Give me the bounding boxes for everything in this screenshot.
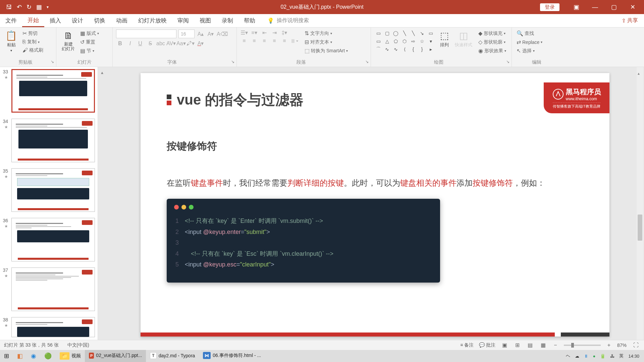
tab-file[interactable]: 文件 <box>0 14 22 27</box>
tab-slideshow[interactable]: 幻灯片放映 <box>133 14 172 27</box>
undo-icon[interactable]: ↶ <box>17 3 22 11</box>
reading-view-button[interactable]: ▤ <box>526 342 534 348</box>
tray-ime[interactable]: 英 <box>619 353 624 359</box>
vertical-scrollbar[interactable]: ▴ <box>637 67 643 340</box>
zoom-in-button[interactable]: + <box>606 342 612 348</box>
slide-thumbnail-36[interactable] <box>11 218 95 261</box>
comments-button[interactable]: 💬 批注 <box>479 342 495 348</box>
clipboard-dialog-launcher[interactable]: ↘ <box>51 59 54 64</box>
pane-splitter[interactable]: ▴ <box>98 67 106 340</box>
tab-home[interactable]: 开始 <box>22 14 44 27</box>
section-button[interactable]: ▤节▾ <box>79 47 100 55</box>
decrease-indent-button[interactable]: ⇤ <box>260 29 268 36</box>
qat-dropdown-icon[interactable]: ▾ <box>47 5 49 9</box>
tray-time[interactable]: 14:30 <box>628 354 639 359</box>
redo-icon[interactable]: ↻ <box>26 3 32 11</box>
strikethrough-button[interactable]: S̶ <box>146 40 154 47</box>
change-case-button[interactable]: Aa▾ <box>176 40 184 47</box>
zoom-out-button[interactable]: − <box>552 342 558 348</box>
maximize-icon[interactable]: ▢ <box>604 0 623 14</box>
format-painter-button[interactable]: 🖌格式刷 <box>21 47 45 54</box>
justify-button[interactable]: ≡ <box>270 38 278 44</box>
tray-network-icon[interactable]: 🖧 <box>610 354 614 359</box>
increase-indent-button[interactable]: ⇥ <box>270 29 278 36</box>
start-from-beginning-icon[interactable]: ▦ <box>36 3 42 11</box>
language-indicator[interactable]: 中文(中国) <box>67 342 89 348</box>
columns-button[interactable]: ⫼▾ <box>290 38 299 44</box>
tray-weather-icon[interactable]: ☁ <box>575 354 579 359</box>
find-button[interactable]: 🔍查找 <box>515 29 544 37</box>
edge-button[interactable]: ◉ <box>27 350 40 362</box>
highlight-color-button[interactable]: 🖍▾ <box>186 40 195 47</box>
tab-view[interactable]: 视图 <box>194 14 216 27</box>
font-size-select[interactable]: 16 <box>178 29 195 38</box>
notes-button[interactable]: ≡ 备注 <box>460 342 474 348</box>
char-spacing-button[interactable]: AV▾ <box>166 40 174 47</box>
shape-outline-button[interactable]: ◇形状轮廓▾ <box>477 38 507 46</box>
tab-help[interactable]: 帮助 <box>238 14 261 27</box>
slide-thumbnail-34[interactable] <box>11 119 95 162</box>
shadow-button[interactable]: abc <box>156 41 164 47</box>
shape-fill-button[interactable]: ◆形状填充▾ <box>477 29 507 37</box>
zoom-percent[interactable]: 87% <box>617 343 627 348</box>
task-powerpoint[interactable]: P02_vue基础入门.ppt... <box>85 350 146 362</box>
font-color-button[interactable]: A▾ <box>197 40 205 47</box>
login-button[interactable]: 登录 <box>540 3 559 11</box>
tray-battery-icon[interactable]: 🔋 <box>600 354 605 359</box>
tab-review[interactable]: 审阅 <box>172 14 194 27</box>
reset-button[interactable]: ↺重置 <box>79 38 100 46</box>
font-dialog-launcher[interactable]: ↘ <box>231 59 234 64</box>
bullets-button[interactable]: ☰▾ <box>240 29 248 36</box>
clear-formatting-icon[interactable]: A⌫ <box>217 31 225 37</box>
save-icon[interactable]: 🖫 <box>6 4 12 11</box>
slideshow-view-button[interactable]: ▦ <box>539 342 547 348</box>
tab-insert[interactable]: 插入 <box>44 14 66 27</box>
slide-thumbnail-37[interactable] <box>11 267 95 311</box>
smartart-button[interactable]: ⬚转换为 SmartArt▾ <box>303 47 349 55</box>
tray-onedrive-icon[interactable]: ⏸ <box>584 354 588 359</box>
layout-button[interactable]: ▦版式▾ <box>79 29 100 37</box>
chrome-button[interactable]: 🟢 <box>40 350 56 362</box>
fit-to-window-button[interactable]: ⛶ <box>632 342 640 348</box>
normal-view-button[interactable]: ▣ <box>501 342 508 348</box>
slide-canvas[interactable]: 黑马程序员 www.itheima.com 传智播客旗下高端IT教育品牌 vue… <box>141 73 609 337</box>
slide-thumbnail-38[interactable] <box>11 317 95 337</box>
select-button[interactable]: ↖选择▾ <box>515 47 544 55</box>
distribute-button[interactable]: ≡ <box>280 38 288 44</box>
copy-button[interactable]: ⎘复制▾ <box>21 38 45 46</box>
start-button[interactable]: ⊞ <box>0 350 13 362</box>
drawing-dialog-launcher[interactable]: ↘ <box>506 59 509 64</box>
increase-font-icon[interactable]: A▴ <box>197 31 205 37</box>
line-spacing-button[interactable]: ‡▾ <box>280 29 288 36</box>
align-center-button[interactable]: ≡ <box>250 38 258 44</box>
folder-videos[interactable]: 📁视频 <box>56 350 85 362</box>
align-right-button[interactable]: ≡ <box>260 38 268 44</box>
slide-thumbnail-35[interactable] <box>11 168 95 212</box>
underline-button[interactable]: U <box>136 41 144 47</box>
minimize-icon[interactable]: ― <box>586 0 604 14</box>
paragraph-dialog-launcher[interactable]: ↘ <box>365 59 369 64</box>
slide-thumbnail-33[interactable] <box>11 69 95 113</box>
share-button[interactable]: ⇪ 共享 <box>615 14 644 27</box>
tray-rec-icon[interactable]: ● <box>593 354 596 359</box>
text-direction-button[interactable]: ⇅文字方向▾ <box>303 29 349 37</box>
close-icon[interactable]: ✕ <box>623 0 642 14</box>
sorter-view-button[interactable]: ⊞ <box>514 342 521 348</box>
decrease-font-icon[interactable]: A▾ <box>207 31 215 37</box>
italic-button[interactable]: I <box>126 41 134 47</box>
align-left-button[interactable]: ≡ <box>240 38 248 44</box>
font-name-select[interactable] <box>116 29 176 38</box>
tray-chevron-icon[interactable]: ヘ <box>566 353 570 359</box>
shape-effects-button[interactable]: ◉形状效果▾ <box>477 47 507 55</box>
task-typora[interactable]: Tday2.md - Typora <box>146 350 199 362</box>
tab-design[interactable]: 设计 <box>66 14 89 27</box>
tab-recording[interactable]: 录制 <box>216 14 238 27</box>
task-view-button[interactable]: ◧ <box>13 350 27 362</box>
numbering-button[interactable]: ≡▾ <box>250 29 258 36</box>
tell-me-input[interactable]: 操作说明搜索 <box>277 17 309 24</box>
bold-button[interactable]: B <box>116 41 124 47</box>
tab-transitions[interactable]: 切换 <box>89 14 111 27</box>
cut-button[interactable]: ✂剪切 <box>21 29 45 37</box>
replace-button[interactable]: ⇄Replace▾ <box>515 38 544 46</box>
ribbon-display-icon[interactable]: ▣ <box>567 0 586 14</box>
